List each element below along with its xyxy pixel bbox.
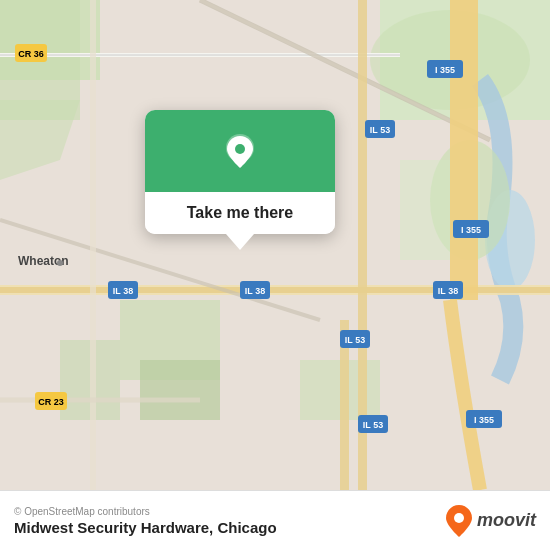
svg-point-49 — [57, 260, 63, 266]
location-pin-icon — [218, 130, 262, 174]
svg-text:IL 53: IL 53 — [370, 125, 390, 135]
moovit-text: moovit — [477, 510, 536, 531]
svg-text:CR 23: CR 23 — [38, 397, 64, 407]
popup-card[interactable]: Take me there — [145, 110, 335, 234]
svg-text:CR 36: CR 36 — [18, 49, 44, 59]
svg-text:IL 53: IL 53 — [363, 420, 383, 430]
bottom-bar: © OpenStreetMap contributors Midwest Sec… — [0, 490, 550, 550]
popup-top — [145, 110, 335, 192]
popup-bottom[interactable]: Take me there — [145, 192, 335, 234]
svg-text:IL 38: IL 38 — [438, 286, 458, 296]
copyright-text: © OpenStreetMap contributors — [14, 506, 277, 517]
svg-rect-10 — [140, 360, 220, 420]
svg-rect-24 — [90, 0, 96, 490]
svg-rect-23 — [464, 0, 478, 300]
svg-rect-22 — [450, 0, 464, 300]
bottom-info: © OpenStreetMap contributors Midwest Sec… — [14, 506, 277, 536]
moovit-pin-icon — [445, 504, 473, 538]
svg-point-51 — [235, 144, 245, 154]
popup-triangle — [226, 234, 254, 250]
svg-point-52 — [454, 513, 464, 523]
location-title: Midwest Security Hardware, Chicago — [14, 519, 277, 536]
map-container[interactable]: CR 36 I 355 IL 53 I 355 IL 38 IL 38 IL 3… — [0, 0, 550, 490]
map-svg: CR 36 I 355 IL 53 I 355 IL 38 IL 38 IL 3… — [0, 0, 550, 490]
svg-text:IL 38: IL 38 — [245, 286, 265, 296]
svg-text:IL 53: IL 53 — [345, 335, 365, 345]
svg-text:I 355: I 355 — [474, 415, 494, 425]
svg-text:I 355: I 355 — [461, 225, 481, 235]
popup-label: Take me there — [187, 204, 293, 222]
svg-text:I 355: I 355 — [435, 65, 455, 75]
svg-text:IL 38: IL 38 — [113, 286, 133, 296]
moovit-logo: moovit — [445, 504, 536, 538]
